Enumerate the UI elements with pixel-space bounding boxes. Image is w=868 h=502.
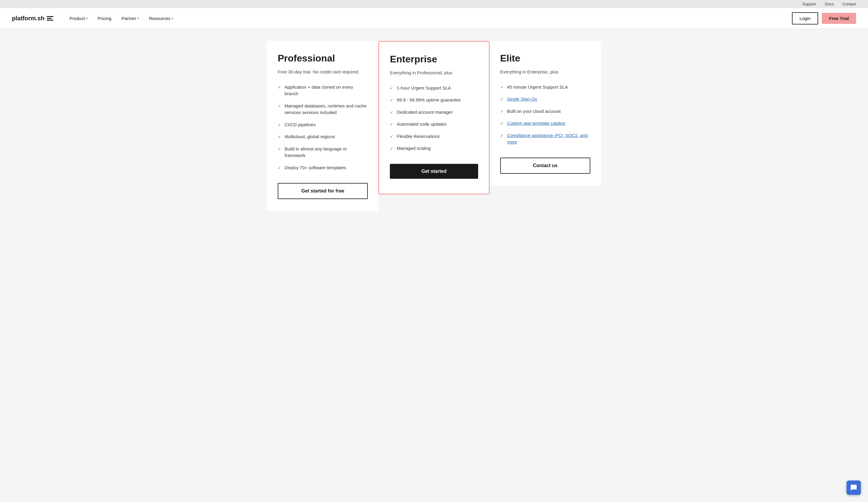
partner-dropdown-arrow: ▾ [137, 17, 139, 20]
resources-dropdown-arrow: ▾ [172, 17, 173, 20]
docs-link[interactable]: Docs [825, 2, 834, 6]
custom-app-link[interactable]: Custom app template catalog [507, 120, 565, 127]
list-item: ✓ Application + data cloned on every bra… [278, 84, 368, 97]
free-trial-button[interactable]: Free Trial [822, 13, 856, 24]
check-icon: ✓ [390, 134, 393, 140]
elite-cta-button[interactable]: Contact us [500, 157, 590, 174]
nav-actions: Login Free Trial [792, 12, 856, 24]
check-icon: ✓ [390, 110, 393, 115]
elite-footer: Contact us [500, 157, 590, 174]
check-icon: ✓ [390, 122, 393, 127]
list-item: ✓ Single Sign-On [500, 96, 590, 103]
professional-card: Professional Free 30-day trial. No credi… [267, 41, 379, 211]
enterprise-features: ✓ 1-hour Urgent Support SLA ✓ 99.9 - 99.… [390, 85, 478, 152]
nav-product[interactable]: Product ▾ [65, 13, 92, 23]
logo-icon [47, 16, 53, 21]
professional-subtitle: Free 30-day trial. No credit card requir… [278, 69, 368, 75]
list-item: ✓ Automated code updates [390, 121, 478, 128]
list-item: ✓ Flexible Reservations [390, 133, 478, 140]
enterprise-footer: Get started [390, 164, 478, 179]
check-icon: ✓ [500, 121, 504, 126]
list-item: ✓ Built on your cloud account [500, 108, 590, 115]
professional-footer: Get started for free [278, 183, 368, 199]
professional-cta-button[interactable]: Get started for free [278, 183, 368, 199]
check-icon: ✓ [500, 133, 504, 139]
main-content: Professional Free 30-day trial. No credi… [255, 29, 613, 229]
top-utility-bar: Support Docs Contact [0, 0, 868, 8]
elite-subtitle: Everything in Enterprise, plus [500, 69, 590, 75]
nav-partner[interactable]: Partner ▾ [117, 13, 143, 23]
check-icon: ✓ [278, 84, 281, 90]
elite-title: Elite [500, 53, 590, 64]
list-item: ✓ Managed scaling [390, 145, 478, 152]
enterprise-subtitle: Everything in Professional, plus [390, 70, 478, 76]
enterprise-card: Enterprise Everything in Professional, p… [378, 41, 489, 195]
list-item: ✓ Managed databases, runtimes and cache … [278, 103, 368, 116]
navbar: platform.sh Product ▾ Pricing Partner ▾ … [0, 8, 868, 29]
professional-features: ✓ Application + data cloned on every bra… [278, 84, 368, 171]
support-link[interactable]: Support [802, 2, 816, 6]
check-icon: ✓ [390, 146, 393, 152]
list-item: ✓ Compliance assistance–PCI, SOC2, and m… [500, 132, 590, 146]
check-icon: ✓ [278, 103, 281, 109]
contact-link[interactable]: Contact [843, 2, 856, 6]
check-icon: ✓ [278, 122, 281, 128]
nav-links: Product ▾ Pricing Partner ▾ Resources ▾ [65, 13, 792, 23]
nav-pricing[interactable]: Pricing [94, 13, 116, 23]
list-item: ✓ Custom app template catalog [500, 120, 590, 127]
check-icon: ✓ [390, 97, 393, 103]
check-icon: ✓ [278, 165, 281, 171]
elite-card: Elite Everything in Enterprise, plus ✓ 4… [489, 41, 601, 186]
list-item: ✓ Build in almost any language or framew… [278, 146, 368, 159]
elite-features: ✓ 45 minute Urgent Support SLA ✓ Single … [500, 84, 590, 146]
product-dropdown-arrow: ▾ [86, 17, 88, 20]
check-icon: ✓ [278, 134, 281, 140]
check-icon: ✓ [500, 96, 504, 102]
logo[interactable]: platform.sh [12, 15, 53, 22]
list-item: ✓ 45 minute Urgent Support SLA [500, 84, 590, 91]
enterprise-cta-button[interactable]: Get started [390, 164, 478, 179]
list-item: ✓ Deploy 70+ software templates [278, 164, 368, 171]
list-item: ✓ 99.9 - 99.99% uptime guarantee [390, 97, 478, 104]
check-icon: ✓ [500, 109, 504, 115]
list-item: ✓ Multicloud, global regions [278, 133, 368, 140]
check-icon: ✓ [390, 85, 393, 91]
login-button[interactable]: Login [792, 12, 818, 24]
check-icon: ✓ [278, 146, 281, 152]
pricing-grid: Professional Free 30-day trial. No credi… [267, 41, 601, 211]
professional-title: Professional [278, 53, 368, 64]
check-icon: ✓ [500, 84, 504, 90]
sso-link[interactable]: Single Sign-On [507, 96, 537, 103]
enterprise-title: Enterprise [390, 54, 478, 65]
list-item: ✓ Dedicated account manager [390, 109, 478, 116]
list-item: ✓ 1-hour Urgent Support SLA [390, 85, 478, 92]
nav-resources[interactable]: Resources ▾ [145, 13, 177, 23]
list-item: ✓ CI/CD pipelines [278, 122, 368, 128]
logo-text: platform.sh [12, 15, 44, 22]
compliance-link[interactable]: Compliance assistance–PCI, SOC2, and mor… [507, 132, 590, 146]
